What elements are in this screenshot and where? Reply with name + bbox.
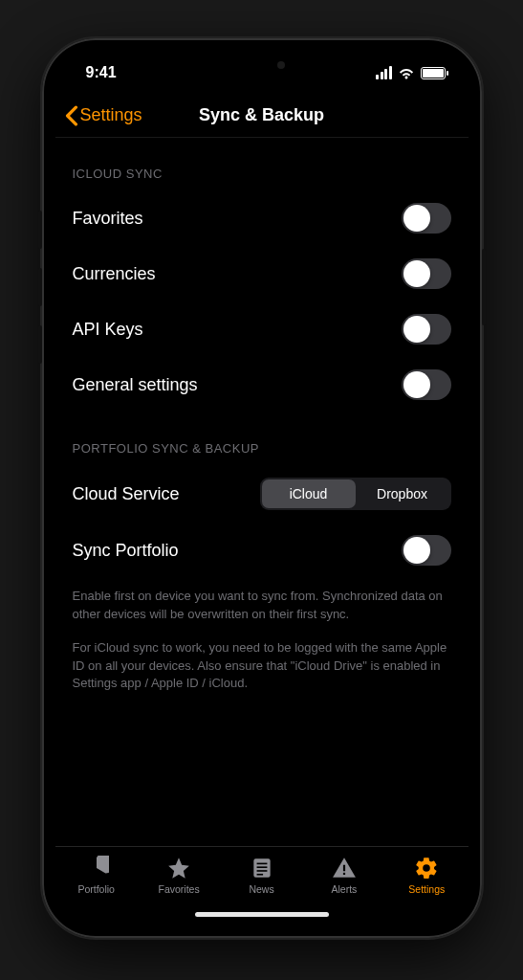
back-button[interactable]: Settings	[65, 105, 142, 126]
tab-label: Alerts	[332, 883, 358, 895]
alert-icon	[332, 856, 357, 880]
tab-news[interactable]: News	[220, 847, 302, 903]
toggle-currencies[interactable]	[402, 258, 451, 289]
tab-portfolio[interactable]: Portfolio	[55, 847, 138, 903]
tab-favorites[interactable]: Favorites	[138, 847, 220, 903]
tab-settings[interactable]: Settings	[385, 847, 468, 903]
row-general-settings: General settings	[55, 357, 469, 412]
row-label: Cloud Service	[73, 484, 180, 504]
screen: 9:41 Settings Sync & Backu	[55, 52, 469, 924]
tab-label: Favorites	[159, 883, 200, 895]
row-label: Favorites	[73, 209, 143, 229]
status-indicators	[376, 66, 446, 79]
phone-frame: 9:41 Settings Sync & Backu	[42, 38, 482, 938]
row-label: Sync Portfolio	[73, 541, 179, 561]
cellular-signal-icon	[376, 66, 392, 79]
news-icon	[250, 856, 274, 880]
row-cloud-service: Cloud Service iCloud Dropbox	[55, 465, 469, 523]
row-label: API Keys	[73, 320, 143, 340]
toggle-api-keys[interactable]	[402, 314, 451, 345]
row-sync-portfolio: Sync Portfolio	[55, 523, 469, 578]
section-header-icloud: ICLOUD SYNC	[55, 138, 469, 190]
wifi-icon	[398, 67, 415, 79]
svg-rect-3	[256, 870, 267, 872]
row-api-keys: API Keys	[55, 301, 469, 357]
footer-text-1: Enable first on device you want to sync …	[55, 578, 469, 630]
row-label: Currencies	[73, 264, 156, 284]
cloud-service-segmented: iCloud Dropbox	[260, 478, 451, 510]
tab-label: News	[249, 883, 273, 895]
toggle-general-settings[interactable]	[402, 369, 451, 400]
gear-icon	[414, 856, 439, 880]
content-scroll[interactable]: ICLOUD SYNC Favorites Currencies API Key…	[55, 138, 469, 846]
star-icon	[166, 856, 191, 880]
tab-label: Portfolio	[77, 883, 115, 895]
toggle-favorites[interactable]	[402, 203, 451, 234]
svg-rect-1	[256, 863, 267, 865]
footer-text-2: For iCloud sync to work, you need to be …	[55, 630, 469, 700]
segment-icloud[interactable]: iCloud	[262, 479, 356, 508]
notch	[176, 52, 348, 78]
row-currencies: Currencies	[55, 246, 469, 301]
status-time: 9:41	[86, 64, 117, 81]
battery-icon	[421, 67, 446, 79]
back-label: Settings	[80, 105, 142, 125]
row-favorites: Favorites	[55, 190, 469, 246]
tab-alerts[interactable]: Alerts	[303, 847, 385, 903]
svg-rect-5	[343, 865, 345, 872]
section-header-portfolio: PORTFOLIO SYNC & BACKUP	[55, 412, 469, 465]
svg-rect-4	[256, 874, 263, 876]
tab-label: Settings	[408, 883, 445, 895]
svg-rect-6	[343, 873, 345, 875]
segment-dropbox[interactable]: Dropbox	[356, 479, 449, 508]
svg-rect-2	[256, 866, 267, 868]
chevron-left-icon	[65, 105, 78, 126]
toggle-sync-portfolio[interactable]	[402, 535, 451, 566]
home-indicator[interactable]	[195, 912, 329, 917]
nav-bar: Settings Sync & Backup	[55, 94, 469, 138]
row-label: General settings	[73, 375, 198, 395]
pie-chart-icon	[84, 856, 109, 880]
